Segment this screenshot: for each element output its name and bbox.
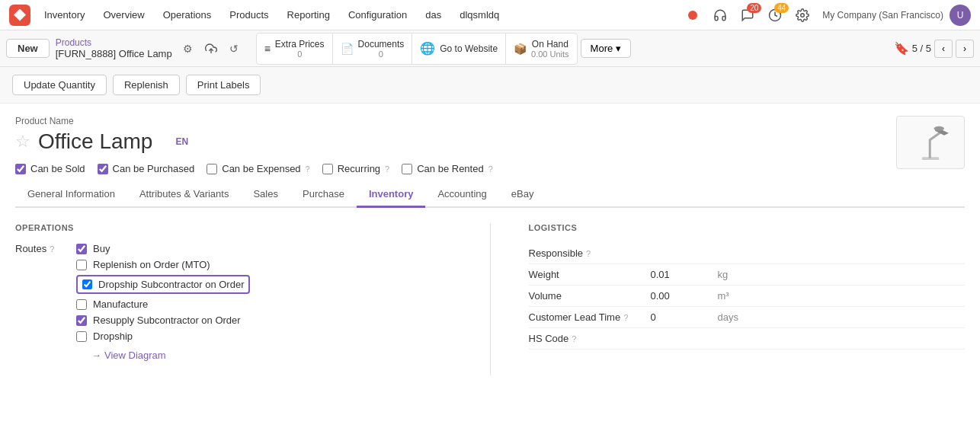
view-diagram-link[interactable]: → View Diagram xyxy=(91,350,250,361)
product-title-row: ☆ Office Lamp EN xyxy=(15,129,884,154)
on-hand-label: On Hand xyxy=(531,39,569,49)
headset-icon-btn[interactable] xyxy=(709,5,731,26)
tab-accounting[interactable]: Accounting xyxy=(425,182,498,208)
refresh-icon-btn[interactable]: ↺ xyxy=(224,39,244,59)
tab-attributes-variants[interactable]: Attributes & Variants xyxy=(127,182,242,208)
language-badge[interactable]: EN xyxy=(175,136,188,147)
can-be-purchased-checkbox[interactable]: Can be Purchased xyxy=(98,163,195,174)
can-be-sold-label: Can be Sold xyxy=(30,163,85,174)
recurring-help-icon[interactable]: ? xyxy=(385,164,389,174)
customer-lead-time-value[interactable]: 0 xyxy=(651,311,712,323)
nav-dlqsmldq[interactable]: dlqsmldq xyxy=(452,6,507,24)
upload-icon-btn[interactable] xyxy=(201,39,221,59)
replenish-button[interactable]: Replenish xyxy=(113,75,180,95)
responsible-help-icon[interactable]: ? xyxy=(586,249,591,258)
route-buy[interactable]: Buy xyxy=(76,243,250,254)
extra-prices-btn[interactable]: ≡ Extra Prices 0 xyxy=(257,34,333,64)
view-diagram-label: View Diagram xyxy=(104,350,166,361)
product-image xyxy=(896,116,965,169)
nav-right-group: 🔖 5 / 5 ‹ › xyxy=(894,40,974,58)
update-quantity-button[interactable]: Update Quantity xyxy=(12,75,107,95)
nav-das[interactable]: das xyxy=(418,6,449,24)
can-be-expensed-checkbox[interactable]: Can be Expensed ? xyxy=(207,163,309,174)
nav-operations[interactable]: Operations xyxy=(155,6,219,24)
route-resupply-subcontractor-checkbox[interactable] xyxy=(76,315,87,326)
hs-code-row: HS Code ? xyxy=(529,328,966,350)
app-logo xyxy=(9,5,30,26)
route-mto-checkbox[interactable] xyxy=(76,260,87,270)
gear-icon-btn[interactable]: ⚙ xyxy=(178,39,198,59)
nav-overview[interactable]: Overview xyxy=(95,6,152,24)
documents-btn[interactable]: 📄 Documents 0 xyxy=(333,34,413,64)
breadcrumb-current: [FURN_8888] Office Lamp xyxy=(56,48,172,59)
route-resupply-subcontractor[interactable]: Resupply Subcontractor on Order xyxy=(76,314,250,326)
route-dropship-subcontractor-checkbox[interactable] xyxy=(82,279,92,289)
messages-icon-btn[interactable]: 20 xyxy=(737,5,758,26)
route-dropship[interactable]: Dropship xyxy=(76,330,250,342)
hs-code-help-icon[interactable]: ? xyxy=(572,334,576,343)
can-be-rented-input[interactable] xyxy=(402,164,412,174)
lamp-illustration xyxy=(908,122,953,164)
product-header: Product Name ☆ Office Lamp EN xyxy=(15,116,965,154)
tab-inventory[interactable]: Inventory xyxy=(357,182,426,208)
can-be-purchased-label: Can be Purchased xyxy=(113,163,195,174)
prev-page-button[interactable]: ‹ xyxy=(934,40,953,58)
on-hand-btn[interactable]: 📦 On Hand 0.00 Units xyxy=(506,34,577,64)
can-be-sold-checkbox[interactable]: Can be Sold xyxy=(15,163,85,174)
recurring-input[interactable] xyxy=(322,164,333,174)
route-manufacture[interactable]: Manufacture xyxy=(76,299,250,310)
can-be-rented-checkbox[interactable]: Can be Rented ? xyxy=(402,163,493,174)
pagination-text: 5 / 5 xyxy=(912,43,931,54)
weight-value[interactable]: 0.01 xyxy=(651,269,712,280)
clock-badge: 44 xyxy=(774,3,789,13)
new-button[interactable]: New xyxy=(6,39,50,58)
tab-ebay[interactable]: eBay xyxy=(499,182,546,208)
pagination: 5 / 5 ‹ › xyxy=(912,40,974,58)
rented-help-icon[interactable]: ? xyxy=(488,164,493,174)
can-be-purchased-input[interactable] xyxy=(98,164,108,174)
bookmark-button[interactable]: 🔖 xyxy=(894,41,909,56)
tab-sales[interactable]: Sales xyxy=(241,182,290,208)
volume-label: Volume xyxy=(529,290,651,302)
recurring-checkbox[interactable]: Recurring ? xyxy=(322,163,389,174)
more-button[interactable]: More ▾ xyxy=(581,39,632,58)
route-dropship-checkbox[interactable] xyxy=(76,331,87,342)
tab-purchase[interactable]: Purchase xyxy=(290,182,357,208)
settings-icon-btn[interactable] xyxy=(792,5,813,26)
favorite-star-icon[interactable]: ☆ xyxy=(15,132,30,152)
print-labels-button[interactable]: Print Labels xyxy=(186,75,261,95)
can-be-sold-input[interactable] xyxy=(15,164,26,174)
next-page-button[interactable]: › xyxy=(956,40,974,58)
nav-configuration[interactable]: Configuration xyxy=(341,6,415,24)
route-buy-label: Buy xyxy=(93,243,110,254)
customer-lead-time-label: Customer Lead Time ? xyxy=(529,311,651,323)
notification-dot-btn[interactable] xyxy=(682,5,703,26)
go-to-website-btn[interactable]: 🌐 Go to Website xyxy=(412,34,506,64)
logistics-table: Responsible ? Weight 0.01 kg Volume 0.00… xyxy=(529,243,966,350)
arrow-right-icon: → xyxy=(91,350,101,361)
route-manufacture-checkbox[interactable] xyxy=(76,299,87,310)
svg-point-0 xyxy=(688,11,697,20)
customer-lead-time-unit: days xyxy=(718,311,738,323)
tab-general-information[interactable]: General Information xyxy=(15,182,127,208)
routes-help-icon[interactable]: ? xyxy=(50,244,54,254)
go-to-website-label: Go to Website xyxy=(440,43,498,54)
nav-inventory[interactable]: Inventory xyxy=(37,6,92,24)
clock-icon-btn[interactable]: 44 xyxy=(764,5,786,26)
nav-products[interactable]: Products xyxy=(222,6,276,24)
clt-help-icon[interactable]: ? xyxy=(623,313,628,322)
route-buy-checkbox[interactable] xyxy=(76,244,87,254)
on-hand-value: 0.00 Units xyxy=(531,49,569,59)
volume-value[interactable]: 0.00 xyxy=(651,290,712,302)
action-buttons-group: ≡ Extra Prices 0 📄 Documents 0 🌐 Go to W… xyxy=(256,33,578,65)
can-be-expensed-input[interactable] xyxy=(207,164,217,174)
nav-reporting[interactable]: Reporting xyxy=(280,6,338,24)
breadcrumb-parent[interactable]: Products xyxy=(56,37,172,48)
route-manufacture-label: Manufacture xyxy=(93,299,148,310)
product-flags-row: Can be Sold Can be Purchased Can be Expe… xyxy=(15,163,884,174)
route-mto[interactable]: Replenish on Order (MTO) xyxy=(76,259,250,270)
expensed-help-icon[interactable]: ? xyxy=(306,164,310,174)
route-dropship-subcontractor[interactable]: Dropship Subcontractor on Order xyxy=(76,275,250,294)
company-name: My Company (San Francisco) xyxy=(822,10,943,21)
user-avatar[interactable]: U xyxy=(950,5,971,26)
